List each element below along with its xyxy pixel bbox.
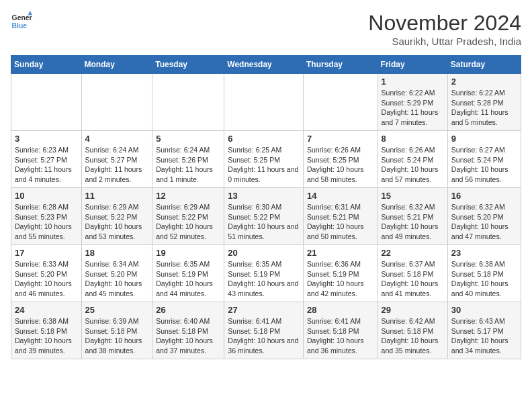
day-info: Sunrise: 6:24 AM Sunset: 5:26 PM Dayligh… — [156, 145, 220, 185]
calendar-day-cell: 27Sunrise: 6:41 AM Sunset: 5:18 PM Dayli… — [224, 302, 304, 359]
svg-text:General: General — [12, 14, 32, 21]
svg-text:Blue: Blue — [12, 22, 28, 30]
day-info: Sunrise: 6:29 AM Sunset: 5:22 PM Dayligh… — [156, 202, 220, 242]
calendar-day-cell: 2Sunrise: 6:22 AM Sunset: 5:28 PM Daylig… — [447, 74, 521, 131]
day-of-week-header: Sunday — [11, 56, 82, 74]
calendar-day-cell — [11, 74, 82, 131]
day-of-week-header: Tuesday — [152, 56, 224, 74]
calendar-day-cell: 7Sunrise: 6:26 AM Sunset: 5:25 PM Daylig… — [303, 131, 378, 188]
calendar-day-cell: 19Sunrise: 6:35 AM Sunset: 5:19 PM Dayli… — [152, 245, 224, 302]
day-number: 9 — [451, 134, 517, 144]
location-subtitle: Saurikh, Uttar Pradesh, India — [368, 36, 521, 47]
day-number: 26 — [156, 305, 220, 315]
day-number: 27 — [228, 305, 300, 315]
calendar-day-cell — [303, 74, 378, 131]
day-number: 30 — [451, 305, 517, 315]
title-block: November 2024 Saurikh, Uttar Pradesh, In… — [368, 11, 521, 47]
day-info: Sunrise: 6:43 AM Sunset: 5:17 PM Dayligh… — [451, 316, 517, 356]
day-info: Sunrise: 6:26 AM Sunset: 5:25 PM Dayligh… — [307, 145, 374, 185]
day-number: 24 — [15, 305, 78, 315]
calendar-day-cell: 14Sunrise: 6:31 AM Sunset: 5:21 PM Dayli… — [303, 188, 378, 245]
day-of-week-header: Friday — [378, 56, 447, 74]
day-info: Sunrise: 6:24 AM Sunset: 5:27 PM Dayligh… — [85, 145, 149, 185]
day-of-week-header: Thursday — [303, 56, 378, 74]
calendar-table: SundayMondayTuesdayWednesdayThursdayFrid… — [11, 55, 521, 359]
day-number: 19 — [156, 248, 220, 258]
calendar-day-cell: 10Sunrise: 6:28 AM Sunset: 5:23 PM Dayli… — [11, 188, 82, 245]
calendar-week-row: 3Sunrise: 6:23 AM Sunset: 5:27 PM Daylig… — [11, 131, 521, 188]
day-info: Sunrise: 6:34 AM Sunset: 5:20 PM Dayligh… — [85, 259, 149, 299]
calendar-day-cell: 22Sunrise: 6:37 AM Sunset: 5:18 PM Dayli… — [378, 245, 447, 302]
day-info: Sunrise: 6:22 AM Sunset: 5:28 PM Dayligh… — [451, 88, 517, 128]
day-number: 1 — [382, 77, 444, 87]
day-number: 16 — [451, 191, 517, 201]
calendar-day-cell: 8Sunrise: 6:26 AM Sunset: 5:24 PM Daylig… — [378, 131, 447, 188]
calendar-day-cell: 29Sunrise: 6:42 AM Sunset: 5:18 PM Dayli… — [378, 302, 447, 359]
day-number: 21 — [307, 248, 374, 258]
calendar-week-row: 1Sunrise: 6:22 AM Sunset: 5:29 PM Daylig… — [11, 74, 521, 131]
logo: General Blue — [11, 11, 32, 32]
calendar-day-cell: 15Sunrise: 6:32 AM Sunset: 5:21 PM Dayli… — [378, 188, 447, 245]
day-of-week-header: Wednesday — [224, 56, 304, 74]
day-info: Sunrise: 6:30 AM Sunset: 5:22 PM Dayligh… — [228, 202, 300, 242]
day-info: Sunrise: 6:36 AM Sunset: 5:19 PM Dayligh… — [307, 259, 374, 299]
day-info: Sunrise: 6:27 AM Sunset: 5:24 PM Dayligh… — [451, 145, 517, 185]
calendar-day-cell: 25Sunrise: 6:39 AM Sunset: 5:18 PM Dayli… — [81, 302, 152, 359]
calendar-header-row: SundayMondayTuesdayWednesdayThursdayFrid… — [11, 56, 521, 74]
day-info: Sunrise: 6:25 AM Sunset: 5:25 PM Dayligh… — [228, 145, 300, 185]
day-info: Sunrise: 6:32 AM Sunset: 5:21 PM Dayligh… — [382, 202, 444, 242]
day-number: 4 — [85, 134, 149, 144]
day-number: 18 — [85, 248, 149, 258]
day-of-week-header: Saturday — [447, 56, 521, 74]
svg-marker-2 — [28, 11, 32, 15]
day-info: Sunrise: 6:35 AM Sunset: 5:19 PM Dayligh… — [228, 259, 300, 299]
day-info: Sunrise: 6:31 AM Sunset: 5:21 PM Dayligh… — [307, 202, 374, 242]
calendar-day-cell: 6Sunrise: 6:25 AM Sunset: 5:25 PM Daylig… — [224, 131, 304, 188]
day-info: Sunrise: 6:39 AM Sunset: 5:18 PM Dayligh… — [85, 316, 149, 356]
calendar-day-cell — [152, 74, 224, 131]
day-number: 2 — [451, 77, 517, 87]
day-number: 29 — [382, 305, 444, 315]
day-info: Sunrise: 6:28 AM Sunset: 5:23 PM Dayligh… — [15, 202, 78, 242]
day-info: Sunrise: 6:41 AM Sunset: 5:18 PM Dayligh… — [307, 316, 374, 356]
calendar-day-cell: 13Sunrise: 6:30 AM Sunset: 5:22 PM Dayli… — [224, 188, 304, 245]
calendar-day-cell: 12Sunrise: 6:29 AM Sunset: 5:22 PM Dayli… — [152, 188, 224, 245]
day-number: 12 — [156, 191, 220, 201]
day-number: 7 — [307, 134, 374, 144]
calendar-body: 1Sunrise: 6:22 AM Sunset: 5:29 PM Daylig… — [11, 74, 521, 359]
day-info: Sunrise: 6:40 AM Sunset: 5:18 PM Dayligh… — [156, 316, 220, 356]
calendar-day-cell — [81, 74, 152, 131]
calendar-day-cell: 28Sunrise: 6:41 AM Sunset: 5:18 PM Dayli… — [303, 302, 378, 359]
day-number: 8 — [382, 134, 444, 144]
calendar-week-row: 24Sunrise: 6:38 AM Sunset: 5:18 PM Dayli… — [11, 302, 521, 359]
calendar-week-row: 10Sunrise: 6:28 AM Sunset: 5:23 PM Dayli… — [11, 188, 521, 245]
day-info: Sunrise: 6:22 AM Sunset: 5:29 PM Dayligh… — [382, 88, 444, 128]
day-number: 6 — [228, 134, 300, 144]
calendar-day-cell: 24Sunrise: 6:38 AM Sunset: 5:18 PM Dayli… — [11, 302, 82, 359]
day-info: Sunrise: 6:38 AM Sunset: 5:18 PM Dayligh… — [451, 259, 517, 299]
day-number: 15 — [382, 191, 444, 201]
day-number: 25 — [85, 305, 149, 315]
day-number: 13 — [228, 191, 300, 201]
day-info: Sunrise: 6:26 AM Sunset: 5:24 PM Dayligh… — [382, 145, 444, 185]
day-info: Sunrise: 6:29 AM Sunset: 5:22 PM Dayligh… — [85, 202, 149, 242]
day-number: 10 — [15, 191, 78, 201]
logo-icon: General Blue — [11, 11, 32, 32]
calendar-day-cell: 30Sunrise: 6:43 AM Sunset: 5:17 PM Dayli… — [447, 302, 521, 359]
calendar-day-cell: 20Sunrise: 6:35 AM Sunset: 5:19 PM Dayli… — [224, 245, 304, 302]
day-number: 14 — [307, 191, 374, 201]
calendar-day-cell — [224, 74, 304, 131]
day-number: 22 — [382, 248, 444, 258]
calendar-day-cell: 26Sunrise: 6:40 AM Sunset: 5:18 PM Dayli… — [152, 302, 224, 359]
day-number: 5 — [156, 134, 220, 144]
calendar-day-cell: 3Sunrise: 6:23 AM Sunset: 5:27 PM Daylig… — [11, 131, 82, 188]
day-info: Sunrise: 6:38 AM Sunset: 5:18 PM Dayligh… — [15, 316, 78, 356]
calendar-day-cell: 9Sunrise: 6:27 AM Sunset: 5:24 PM Daylig… — [447, 131, 521, 188]
calendar-day-cell: 17Sunrise: 6:33 AM Sunset: 5:20 PM Dayli… — [11, 245, 82, 302]
day-info: Sunrise: 6:32 AM Sunset: 5:20 PM Dayligh… — [451, 202, 517, 242]
calendar-day-cell: 21Sunrise: 6:36 AM Sunset: 5:19 PM Dayli… — [303, 245, 378, 302]
calendar-day-cell: 18Sunrise: 6:34 AM Sunset: 5:20 PM Dayli… — [81, 245, 152, 302]
day-number: 17 — [15, 248, 78, 258]
day-info: Sunrise: 6:33 AM Sunset: 5:20 PM Dayligh… — [15, 259, 78, 299]
calendar-day-cell: 11Sunrise: 6:29 AM Sunset: 5:22 PM Dayli… — [81, 188, 152, 245]
